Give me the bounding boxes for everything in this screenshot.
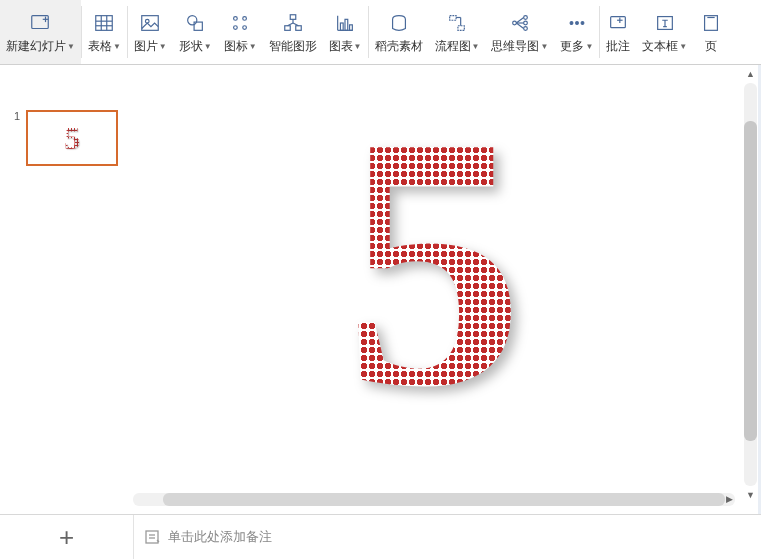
ribbon-toolbar: 新建幻灯片▼ 表格▼ 图片▼ 形状▼ 图标▼ 智能图形 图表▼ (0, 0, 761, 65)
vertical-scrollbar[interactable]: ▲ ▼ (744, 83, 757, 486)
tb-label: 表格 (88, 38, 112, 55)
svg-line-57 (157, 540, 159, 542)
shape-button[interactable]: 形状▼ (173, 0, 218, 64)
thumb-index: 1 (14, 110, 20, 122)
smartart-button[interactable]: 智能图形 (263, 0, 323, 64)
svg-point-38 (570, 22, 573, 25)
svg-point-13 (243, 17, 247, 21)
chevron-down-icon: ▼ (67, 42, 75, 51)
svg-rect-17 (284, 26, 290, 31)
svg-rect-16 (290, 15, 296, 20)
textbox-button[interactable]: 文本框▼ (636, 0, 693, 64)
tb-label: 稻壳素材 (375, 38, 423, 55)
mindmap-button[interactable]: 思维导图▼ (485, 0, 554, 64)
tb-label: 新建幻灯片 (6, 38, 66, 55)
image-button[interactable]: 图片▼ (128, 0, 173, 64)
chevron-down-icon: ▼ (540, 42, 548, 51)
tb-label: 页 (705, 38, 717, 55)
add-slide-button[interactable]: + (0, 515, 133, 559)
shape-icon (183, 11, 207, 35)
new-slide-button[interactable]: 新建幻灯片▼ (0, 0, 81, 64)
svg-rect-26 (350, 25, 353, 31)
tb-label: 形状 (179, 38, 203, 55)
svg-rect-8 (142, 16, 159, 31)
svg-point-32 (524, 16, 528, 20)
chevron-down-icon: ▼ (249, 42, 257, 51)
comment-icon (606, 11, 630, 35)
svg-point-34 (524, 27, 528, 31)
chevron-down-icon: ▼ (113, 42, 121, 51)
chevron-down-icon: ▼ (204, 42, 212, 51)
svg-rect-28 (458, 26, 464, 31)
scroll-right-icon[interactable]: ▶ (726, 494, 733, 504)
svg-point-40 (581, 22, 584, 25)
svg-point-33 (524, 21, 528, 25)
icon-button[interactable]: 图标▼ (218, 0, 263, 64)
svg-rect-54 (146, 531, 158, 543)
svg-point-12 (234, 17, 238, 21)
notes-placeholder: 单击此处添加备注 (168, 528, 272, 546)
slide-thumbnail-1[interactable]: 5 (26, 110, 118, 166)
slide-canvas[interactable]: 5 (133, 65, 735, 488)
smartart-icon (281, 11, 305, 35)
svg-rect-24 (340, 23, 343, 30)
svg-rect-25 (345, 19, 348, 30)
more-icon (565, 11, 589, 35)
header-button-partial[interactable]: 页 (693, 0, 723, 64)
svg-rect-27 (450, 16, 456, 21)
svg-point-10 (188, 16, 197, 25)
chevron-down-icon: ▼ (679, 42, 687, 51)
flowchart-icon (445, 11, 469, 35)
dockshell-button[interactable]: 稻壳素材 (369, 0, 429, 64)
more-button[interactable]: 更多▼ (554, 0, 599, 64)
table-icon (92, 11, 116, 35)
svg-rect-41 (611, 17, 626, 28)
slide-thumbnail-panel: 1 5 (0, 65, 133, 514)
mindmap-icon (508, 11, 532, 35)
chevron-down-icon: ▼ (159, 42, 167, 51)
comment-button[interactable]: 批注 (600, 0, 636, 64)
tb-label: 流程图 (435, 38, 471, 55)
svg-point-14 (234, 26, 238, 30)
notes-icon (144, 529, 160, 545)
svg-line-35 (516, 18, 523, 24)
chevron-down-icon: ▼ (354, 42, 362, 51)
icons-icon (228, 11, 252, 35)
notes-input[interactable]: 单击此处添加备注 (133, 515, 761, 559)
table-button[interactable]: 表格▼ (82, 0, 127, 64)
tb-label: 文本框 (642, 38, 678, 55)
material-icon (387, 11, 411, 35)
svg-point-39 (575, 22, 578, 25)
svg-rect-18 (295, 26, 301, 31)
svg-point-15 (243, 26, 247, 30)
textbox-icon (653, 11, 677, 35)
header-icon (699, 11, 723, 35)
new-slide-icon (28, 11, 52, 35)
flowchart-button[interactable]: 流程图▼ (429, 0, 486, 64)
chevron-down-icon: ▼ (585, 42, 593, 51)
tb-label: 批注 (606, 38, 630, 55)
chevron-down-icon: ▼ (472, 42, 480, 51)
svg-rect-3 (96, 16, 113, 31)
chart-button[interactable]: 图表▼ (323, 0, 368, 64)
slide-canvas-area: 5 ▲ ▼ ◀ ▶ (133, 65, 761, 514)
chart-icon (333, 11, 357, 35)
thumb-content: 5 (64, 120, 80, 157)
tb-label: 图片 (134, 38, 158, 55)
tb-label: 图标 (224, 38, 248, 55)
slide-text-5: 5 (344, 82, 524, 442)
scroll-down-icon[interactable]: ▼ (746, 490, 755, 500)
bottom-bar: + 单击此处添加备注 (0, 514, 761, 559)
tb-label: 图表 (329, 38, 353, 55)
horizontal-scrollbar[interactable]: ◀ ▶ (133, 493, 735, 506)
image-icon (138, 11, 162, 35)
tb-label: 思维导图 (491, 38, 539, 55)
svg-point-31 (513, 21, 517, 25)
svg-line-37 (516, 23, 523, 29)
tb-label: 更多 (560, 38, 584, 55)
tb-label: 智能图形 (269, 38, 317, 55)
plus-icon: + (59, 522, 74, 553)
scroll-up-icon[interactable]: ▲ (746, 69, 755, 79)
